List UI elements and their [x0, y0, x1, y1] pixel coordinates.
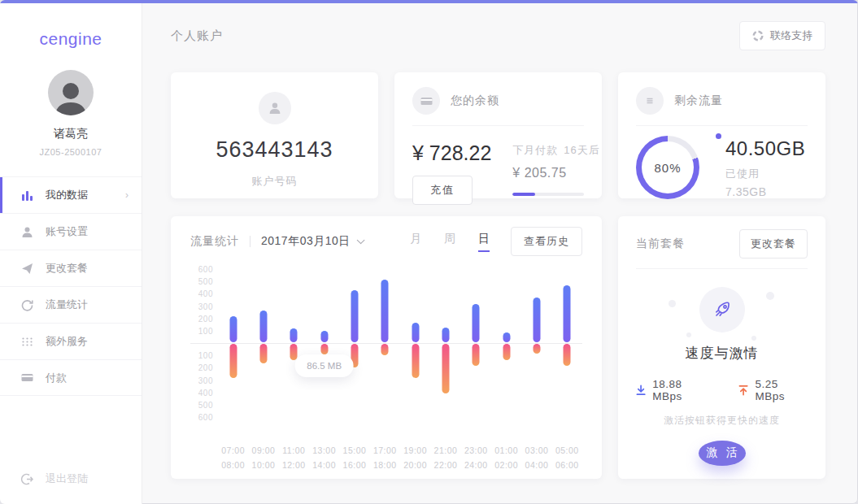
sidebar-item-account-settings[interactable]: 账号设置 — [0, 213, 142, 250]
decor-dot — [669, 300, 676, 307]
bar-upload-segment[interactable] — [473, 304, 480, 342]
bar-group[interactable] — [521, 263, 551, 423]
data-donut-percent: 80% — [642, 141, 694, 193]
sidebar-item-payment[interactable]: 付款 — [0, 359, 142, 396]
next-payment-block: 下月付款16天后 ¥ 205.75 — [512, 138, 584, 205]
bar-group[interactable] — [491, 263, 521, 423]
lifebuoy-icon — [752, 30, 764, 41]
tab-month[interactable]: 月 — [410, 232, 421, 252]
bar-download-segment[interactable] — [564, 344, 571, 366]
bar-group[interactable] — [248, 263, 278, 423]
data-used-value: 7.35GB — [719, 185, 805, 198]
tab-week[interactable]: 周 — [444, 232, 455, 252]
bar-download-segment[interactable] — [442, 344, 449, 393]
y-tick: 100 — [198, 351, 213, 360]
sidebar-item-my-data[interactable]: 我的数据 › — [0, 176, 142, 213]
bar-download-segment[interactable] — [503, 344, 510, 360]
bar-upload-segment[interactable] — [564, 285, 571, 342]
sidebar-item-change-plan[interactable]: 更改套餐 — [0, 250, 142, 286]
balance-card-header: 您的余额 — [412, 87, 584, 126]
sidebar-item-label: 流量统计 — [46, 298, 88, 312]
user-name: 诸葛亮 — [0, 127, 142, 141]
bar-group[interactable] — [370, 263, 400, 423]
download-speed: 18.88 MBps — [636, 378, 711, 402]
next-payment-progress — [512, 193, 584, 196]
x-tick: 05:0006:00 — [552, 444, 582, 473]
bar-upload-segment[interactable] — [229, 316, 237, 342]
view-history-button[interactable]: 查看历史 — [511, 227, 582, 256]
bar-download-segment[interactable] — [229, 344, 237, 378]
sidebar-item-label: 更改套餐 — [46, 261, 88, 276]
bar-group[interactable] — [309, 263, 339, 423]
bar-upload-segment[interactable] — [259, 311, 267, 342]
y-tick: 300 — [198, 376, 213, 385]
bar-download-segment[interactable] — [320, 344, 328, 354]
chart-date-dropdown[interactable]: 2017年03月10日 — [261, 234, 362, 249]
bar-upload-segment[interactable] — [533, 298, 540, 342]
recharge-button[interactable]: 充值 — [412, 176, 473, 205]
x-tick: 09:0010:00 — [248, 444, 278, 473]
bar-download-segment[interactable] — [533, 344, 540, 354]
x-tick: 03:0004:00 — [521, 444, 551, 473]
main-content: 个人账户 联络支持 563443143 账户号码 — [142, 3, 858, 504]
brand-logo: cengine — [0, 29, 142, 49]
sidebar-item-label: 额外服务 — [46, 334, 88, 349]
sidebar-item-traffic-stats[interactable]: 流量统计 — [0, 286, 142, 323]
upload-speed: 5.25 MBps — [738, 378, 808, 402]
bar-download-segment[interactable] — [259, 344, 267, 363]
bar-chart-icon — [20, 188, 34, 202]
change-plan-button[interactable]: 更改套餐 — [739, 229, 808, 259]
sidebar-item-label: 付款 — [46, 371, 67, 385]
avatar — [48, 70, 94, 115]
plan-speeds: 18.88 MBps 5.25 MBps — [636, 378, 808, 402]
bar-upload-segment[interactable] — [381, 280, 389, 342]
grid-dots-icon — [20, 334, 34, 349]
sync-icon — [20, 298, 34, 312]
bar-group[interactable] — [218, 263, 248, 423]
bar-download-segment[interactable] — [412, 344, 419, 378]
activate-button[interactable]: 激 活 — [699, 441, 746, 466]
bar-upload-segment[interactable] — [351, 290, 358, 342]
menu-lines-icon — [644, 95, 655, 106]
data-remaining-value: 40.50GB — [719, 137, 805, 160]
bar-upload-segment[interactable] — [412, 323, 419, 342]
bar-group[interactable] — [430, 263, 460, 423]
logout-button[interactable]: 退出登陆 — [20, 471, 88, 486]
sidebar-item-label: 我的数据 — [46, 188, 88, 202]
sidebar: cengine 诸葛亮 JZ05-2500107 我的数据 › — [0, 3, 142, 504]
bar-group[interactable] — [279, 263, 309, 423]
y-tick: 600 — [198, 265, 213, 274]
bar-upload-segment[interactable] — [290, 328, 298, 342]
logout-icon — [20, 471, 34, 486]
chart-range-tabs: 月 周 日 — [387, 232, 490, 252]
bar-download-segment[interactable] — [381, 344, 389, 355]
bar-upload-segment[interactable] — [503, 332, 510, 342]
page-title: 个人账户 — [171, 28, 223, 44]
contact-support-button[interactable]: 联络支持 — [739, 21, 825, 50]
main-header: 个人账户 联络支持 — [171, 21, 825, 50]
chevron-down-icon — [356, 236, 364, 244]
balance-icon-circle — [412, 87, 440, 115]
bar-upload-segment[interactable] — [442, 328, 449, 342]
bullet-dot-icon — [716, 133, 721, 139]
sidebar-item-extra-services[interactable]: 额外服务 — [0, 323, 142, 359]
bar-group[interactable] — [339, 263, 369, 423]
balance-card-title: 您的余额 — [451, 93, 499, 108]
chevron-right-icon: › — [125, 189, 128, 201]
bar-group[interactable] — [552, 263, 582, 423]
x-tick: 15:0016:00 — [339, 444, 369, 473]
download-speed-value: 18.88 MBps — [652, 378, 711, 402]
rocket-icon — [712, 300, 732, 319]
x-tick: 23:0024:00 — [461, 444, 491, 473]
x-tick: 11:0012:00 — [279, 444, 309, 473]
bar-download-segment[interactable] — [473, 344, 480, 366]
bar-group[interactable] — [461, 263, 491, 423]
bar-upload-segment[interactable] — [320, 331, 328, 342]
y-tick: 400 — [198, 289, 213, 298]
user-icon — [20, 224, 34, 239]
traffic-chart-card: 流量统计 2017年03月10日 月 周 日 查看历史 — [171, 216, 602, 479]
y-tick: 200 — [198, 314, 213, 323]
tab-day[interactable]: 日 — [478, 232, 490, 252]
paper-plane-icon — [20, 261, 34, 276]
bar-group[interactable] — [400, 263, 430, 423]
